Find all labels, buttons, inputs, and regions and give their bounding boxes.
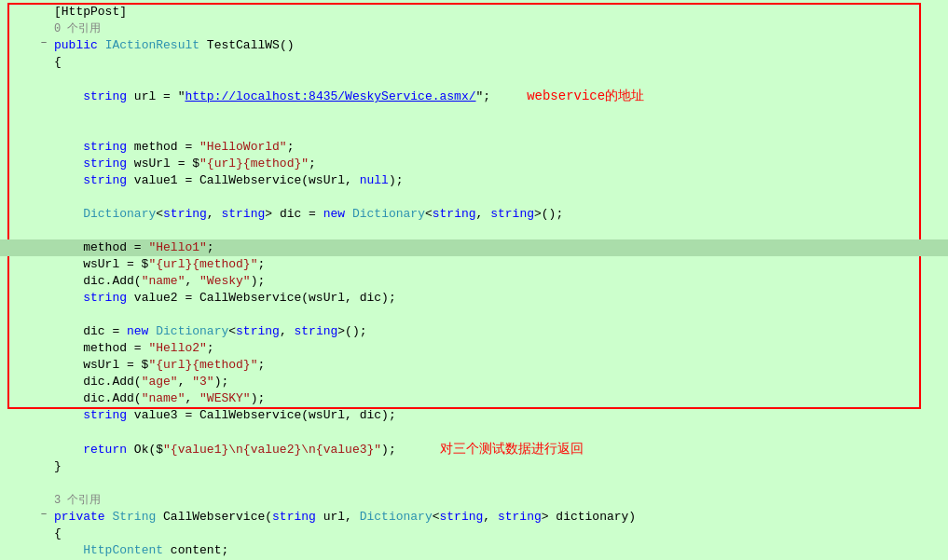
- code-9: string method = "HelloWorld";: [50, 139, 948, 156]
- code-30: 3 个引用: [50, 492, 948, 509]
- kw-string-d5: string: [236, 324, 280, 338]
- code-20: dic = new Dictionary<string, string>();: [50, 323, 948, 340]
- str-name2: "name": [142, 391, 185, 405]
- code-33: HttpContent content;: [50, 542, 948, 559]
- line-8: [0, 122, 948, 139]
- code-15: method = "Hello1";: [50, 239, 948, 256]
- kw-string-p1: string: [440, 510, 484, 524]
- line-6: string url = "http://localhost:8435/Wesk…: [0, 88, 948, 105]
- line-28: }: [0, 458, 948, 475]
- str-hello2: "Hello2": [148, 341, 206, 355]
- line-15: method = "Hello1";: [0, 239, 948, 256]
- kw-return: return: [83, 443, 127, 457]
- code-17: dic.Add("name", "Wesky");: [50, 273, 948, 290]
- code-24: dic.Add("name", "WESKY");: [50, 390, 948, 407]
- code-31: private String CallWebservice(string url…: [50, 509, 948, 526]
- type-dict2: Dictionary: [156, 324, 228, 338]
- code-12: [50, 189, 948, 206]
- line-16: wsUrl = $"{url}{method}";: [0, 256, 948, 273]
- annotation-httppost: [HttpPost]: [54, 5, 127, 19]
- kw-string-url-param: string: [272, 510, 316, 524]
- code-7: [50, 105, 948, 122]
- code-18: string value2 = CallWebservice(wsUrl, di…: [50, 290, 948, 307]
- type-string-big: String: [112, 510, 156, 524]
- kw-string-d1: string: [163, 207, 207, 221]
- line-27: return Ok($"{value1}\n{value2}\n{value3}…: [0, 441, 948, 458]
- code-6: string url = "http://localhost:8435/Wesk…: [50, 88, 948, 105]
- kw-string-value1: string: [83, 173, 127, 187]
- line-22: wsUrl = $"{url}{method}";: [0, 357, 948, 374]
- line-31: − private String CallWebservice(string u…: [0, 509, 948, 526]
- type-dict1: Dictionary: [83, 207, 156, 221]
- type-dict1b: Dictionary: [352, 207, 425, 221]
- kw-string-d4: string: [490, 207, 534, 221]
- code-29: [50, 475, 948, 492]
- str-age: "age": [142, 375, 178, 389]
- kw-string-wsurl: string: [83, 157, 127, 171]
- url-string: http://localhost:8435/WeskyService.asmx/: [185, 89, 475, 103]
- line-29: [0, 475, 948, 492]
- kw-string-d3: string: [433, 207, 476, 221]
- str-wsurl2: "{url}{method}": [148, 257, 257, 271]
- line-20: dic = new Dictionary<string, string>();: [0, 323, 948, 340]
- code-11: string value1 = CallWebservice(wsUrl, nu…: [50, 172, 948, 189]
- kw-public: public: [54, 38, 98, 52]
- kw-string-p2: string: [498, 510, 542, 524]
- line-14: [0, 223, 948, 239]
- kw-string-url: string: [83, 89, 127, 103]
- line-26: [0, 424, 948, 441]
- type-iactionresult: IActionResult: [105, 38, 199, 52]
- line-7: [0, 105, 948, 122]
- str-wesky2: "WESKY": [199, 391, 251, 405]
- code-4: {: [50, 54, 948, 71]
- line-24: dic.Add("name", "WESKY");: [0, 390, 948, 407]
- code-editor: [HttpPost] 0 个引用 − public IActionResult …: [0, 0, 948, 560]
- line-11: string value1 = CallWebservice(wsUrl, nu…: [0, 172, 948, 189]
- line-19: [0, 307, 948, 323]
- type-dict-param: Dictionary: [360, 510, 433, 524]
- code-26: [50, 424, 948, 441]
- code-13: Dictionary<string, string> dic = new Dic…: [50, 206, 948, 223]
- code-27: return Ok($"{value1}\n{value2}\n{value3}…: [50, 441, 948, 458]
- kw-new2: new: [127, 324, 148, 338]
- code-2: 0 个引用: [50, 20, 948, 37]
- kw-string-method: string: [83, 140, 127, 154]
- str-wesky: "Wesky": [199, 274, 251, 288]
- str-wsurl: "{url}{method}": [199, 157, 309, 171]
- line-1: [HttpPost]: [0, 4, 948, 20]
- code-3: public IActionResult TestCallWS(): [50, 37, 948, 54]
- line-4: {: [0, 54, 948, 71]
- code-1: [HttpPost]: [50, 4, 948, 20]
- ref-count-0: 0 个引用: [54, 22, 101, 35]
- line-17: dic.Add("name", "Wesky");: [0, 273, 948, 290]
- type-httpcontent: HttpContent: [83, 543, 163, 557]
- line-13: Dictionary<string, string> dic = new Dic…: [0, 206, 948, 223]
- code-22: wsUrl = $"{url}{method}";: [50, 357, 948, 374]
- comment-webservice: webservice的地址: [527, 89, 644, 103]
- str-return-val: "{value1}\n{value2}\n{value3}": [163, 443, 381, 457]
- str-helloworld: "HelloWorld": [199, 140, 287, 154]
- kw-string-value3: string: [83, 408, 127, 422]
- line-2: 0 个引用: [0, 20, 948, 37]
- code-8: [50, 122, 948, 139]
- kw-string-d6: string: [294, 324, 337, 338]
- line-9: string method = "HelloWorld";: [0, 139, 948, 156]
- comment-return: 对三个测试数据进行返回: [440, 442, 584, 457]
- method-testcallws: TestCallWS: [207, 38, 280, 52]
- code-21: method = "Hello2";: [50, 340, 948, 357]
- code-23: dic.Add("age", "3");: [50, 374, 948, 390]
- code-14: [50, 223, 948, 239]
- str-name1: "name": [142, 274, 185, 288]
- line-30: 3 个引用: [0, 492, 948, 509]
- collapse-31[interactable]: −: [37, 509, 50, 520]
- line-33: HttpContent content;: [0, 542, 948, 559]
- ref-count-3: 3 个引用: [54, 494, 101, 507]
- collapse-3[interactable]: −: [37, 37, 50, 48]
- str-3: "3": [192, 375, 213, 389]
- str-hello1: "Hello1": [148, 240, 206, 254]
- code-19: [50, 307, 948, 323]
- code-28: }: [50, 458, 948, 475]
- kw-string-d2: string: [221, 207, 265, 221]
- kw-string-value2: string: [83, 291, 127, 305]
- line-5: [0, 71, 948, 88]
